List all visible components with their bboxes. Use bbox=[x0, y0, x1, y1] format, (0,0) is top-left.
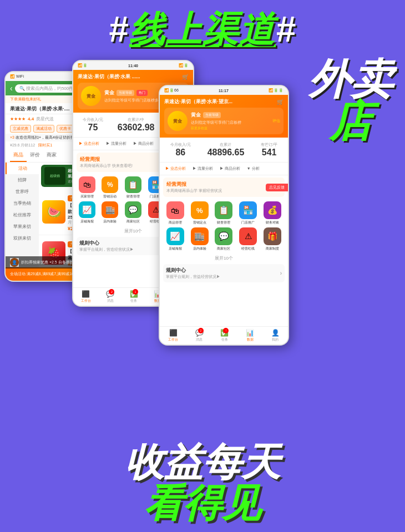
icon-item-8[interactable]: 💬 商家社区 bbox=[123, 201, 144, 224]
cat-5[interactable]: 松丝推荐 bbox=[6, 209, 39, 221]
rating-label: 类星代送 bbox=[36, 116, 54, 122]
evaluate-link[interactable]: 评估 bbox=[272, 118, 280, 124]
phone3-rules[interactable]: 规则中心 掌握平台规则，营益经营状况▶ › bbox=[163, 264, 285, 282]
stat3-revenue-label: 在累计 bbox=[207, 142, 245, 148]
phone3-vip-card: 黄金 黄金 当前等级 达到指定等级可享得门店板榜 获更多收益 评估 bbox=[164, 108, 284, 134]
vip-info-2: 黄金 当前等级 热门 达到指定等级可享得门店板榜多项奖 bbox=[104, 89, 166, 103]
promo-banner-img: 超级猫 bbox=[44, 167, 65, 185]
bottom-nav-item-1[interactable]: ⬛ 工作台 bbox=[81, 290, 91, 303]
icon3-item-4[interactable]: 🏪 门店推广 bbox=[237, 201, 259, 225]
nav3-tab-3[interactable]: ▶ 商品分析 bbox=[217, 165, 242, 173]
title-text: 线上渠道 bbox=[129, 9, 276, 49]
feedback-btn[interactable]: 总见反馈 bbox=[266, 184, 288, 191]
icon-label-2: 营销活动 bbox=[103, 194, 117, 199]
icon-item-2[interactable]: % 营销活动 bbox=[100, 176, 121, 199]
cart-icon[interactable]: 🛒 bbox=[182, 74, 189, 80]
icon3-circle-1: 🛍 bbox=[166, 201, 184, 219]
stat3-revenue-num: 48896.65 bbox=[207, 148, 245, 158]
main-title: #线上渠道# bbox=[0, 0, 405, 53]
stars-icon: ★★★★ bbox=[10, 116, 26, 121]
tab-merchant[interactable]: 商家 bbox=[43, 149, 60, 162]
icon3-item-8[interactable]: 💬 商家社区 bbox=[213, 227, 235, 251]
nav-tab-3[interactable]: ▶ 商品分析 bbox=[131, 140, 156, 148]
profile3-icon: 👤 bbox=[271, 329, 280, 337]
phones-area: 📶 WiFi 9:08 AM 84% ‹ 🔍 搜索点内商品，约500件 下单满额… bbox=[0, 60, 294, 348]
icon-circle-1: 🛍 bbox=[79, 176, 95, 193]
promo-tag-1[interactable]: 立减优惠 bbox=[10, 125, 31, 133]
icon3-label-2: 营销定点 bbox=[193, 220, 206, 225]
stat3-revenue: 在累计 48896.65 bbox=[207, 142, 245, 158]
vip-desc-3: 达到指定等级可享得门店板榜 bbox=[191, 120, 269, 125]
cat-4[interactable]: 当季热销 bbox=[6, 197, 39, 209]
rules3-arrow-icon: › bbox=[280, 270, 282, 276]
icon3-circle-6: 📈 bbox=[166, 227, 184, 245]
phone3-shop-name: 果速达·果切（果捞·水果·望京... bbox=[164, 98, 232, 105]
icon3-circle-5: 💰 bbox=[264, 201, 281, 219]
phone3-cart-icon[interactable]: 🛒 bbox=[277, 99, 284, 105]
stat-revenue: 在累计/中 63602.98 bbox=[118, 117, 155, 133]
promo-tag-2[interactable]: 满减活动 bbox=[33, 125, 54, 133]
rules-title-3: 规则中心 bbox=[166, 267, 220, 274]
icon3-item-1[interactable]: 🛍 商品管理 bbox=[164, 201, 186, 225]
bottom3-nav-3[interactable]: ✅ ! 任务 bbox=[220, 329, 229, 342]
vip-info-3: 黄金 当前等级 达到指定等级可享得门店板榜 获更多收益 bbox=[191, 112, 269, 131]
cat-7[interactable]: 双拼来切 bbox=[6, 232, 39, 244]
cat-activity[interactable]: 活动 bbox=[6, 163, 39, 174]
icon3-item-3[interactable]: 📋 财查管理 bbox=[213, 201, 235, 225]
food-img-1: 🍉 bbox=[42, 200, 65, 224]
phone-3: 📶🔋66 11:17 📶🔋🔋 果速达·果切（果捞·水果·望京... 🛒 黄金 bbox=[159, 85, 289, 346]
bottom-nav-item-2[interactable]: 💬 2 消息 bbox=[106, 290, 114, 303]
stat-revenue-label: 在累计/中 bbox=[118, 117, 155, 123]
cat-2[interactable]: 招牌 bbox=[6, 174, 39, 186]
vip-badge-2: 黄金 bbox=[81, 86, 101, 106]
icon3-label-3: 财查管理 bbox=[217, 220, 230, 225]
nav3-tab-2[interactable]: ▶ 流量分析 bbox=[190, 165, 215, 173]
task-badge: 1 bbox=[133, 289, 138, 295]
promo-tag-3[interactable]: 优惠卡 bbox=[57, 125, 74, 133]
nav-tab-1[interactable]: ▶ 业态分析 bbox=[77, 140, 102, 148]
phone3-nav-tabs: ▶ 业态分析 ▶ 流量分析 ▶ 商品分析 ▼ 分析 bbox=[160, 163, 288, 175]
icon3-label-5: 财务对账 bbox=[266, 220, 279, 225]
stat3-customers-num: 541 bbox=[261, 148, 277, 158]
cat-6[interactable]: 苹果来切 bbox=[6, 221, 39, 232]
bottom-nav-item-3[interactable]: ✅ 1 任务 bbox=[130, 290, 138, 303]
tab-reviews[interactable]: 评价 bbox=[27, 149, 43, 162]
icon3-label-4: 门店推广 bbox=[241, 220, 255, 225]
icon-item-7[interactable]: 🏬 店内体验 bbox=[100, 201, 121, 224]
stat-orders-label: 今月收入/元 bbox=[83, 117, 103, 123]
icon-item-1[interactable]: 🛍 买家管理 bbox=[77, 176, 98, 199]
icon3-item-2[interactable]: % 营销定点 bbox=[189, 201, 211, 225]
phone3-weekly-report[interactable]: 经营周报 本周商铺再添山芋 掌握经营状况 总见反馈 bbox=[163, 178, 285, 197]
phone3-expand-btn[interactable]: 展开10个 bbox=[160, 254, 288, 263]
nav-tab-2[interactable]: ▶ 流量分析 bbox=[104, 140, 129, 148]
back-icon[interactable]: ‹ bbox=[10, 84, 13, 93]
tab-goods[interactable]: 商品 bbox=[10, 149, 27, 162]
bottom3-nav-5[interactable]: 👤 我的 bbox=[271, 329, 280, 342]
vip-current-3: 当前等级 bbox=[203, 112, 221, 118]
icon3-item-10[interactable]: 🎁 商家制度 bbox=[261, 227, 284, 251]
icon3-item-7[interactable]: 🏬 店内体验 bbox=[189, 227, 211, 251]
phone3-bottom-nav: ⬛ 工作台 💬 2 消息 ✅ ! 任务 📊 数据 � bbox=[160, 326, 288, 344]
nav3-tab-4[interactable]: ▼ 分析 bbox=[245, 165, 262, 173]
icon3-item-9[interactable]: ⚠ 经营红线 bbox=[237, 227, 259, 251]
icon-item-6[interactable]: 📈 店铺海报 bbox=[77, 201, 98, 224]
icon-circle-3: 📋 bbox=[125, 176, 141, 193]
cat-3[interactable]: 世界呼 bbox=[6, 186, 39, 197]
stat3-orders: 今月收入/元 86 bbox=[170, 142, 191, 158]
vip-tag: 热门 bbox=[136, 90, 148, 96]
bottom3-nav-2[interactable]: 💬 2 消息 bbox=[195, 329, 204, 342]
icon3-label-8: 商家社区 bbox=[217, 246, 230, 251]
hashtag-before: # bbox=[108, 9, 129, 49]
stat3-customers: 有芒订/平 541 bbox=[261, 142, 277, 158]
stat-orders-num: 75 bbox=[83, 123, 103, 133]
bottom3-nav-4[interactable]: 📊 数据 bbox=[246, 329, 254, 342]
icon-item-3[interactable]: 📋 财查管理 bbox=[123, 176, 144, 199]
icon3-item-6[interactable]: 📈 店铺海报 bbox=[164, 227, 186, 251]
weekly-report-title-3: 经营周报 bbox=[166, 181, 222, 188]
page-container: #线上渠道# 外卖 店 📶 WiFi 9:08 AM 84% ‹ 🔍 搜索点内商… bbox=[0, 0, 405, 532]
bottom3-nav-1[interactable]: ⬛ 工作台 bbox=[168, 329, 178, 342]
icon3-item-5[interactable]: 💰 财务对账 bbox=[261, 201, 284, 225]
nav3-tab-1[interactable]: ▶ 业态分析 bbox=[163, 165, 188, 173]
side-label: 外卖 店 bbox=[308, 58, 393, 143]
rating-value: 4.4 bbox=[28, 116, 34, 121]
